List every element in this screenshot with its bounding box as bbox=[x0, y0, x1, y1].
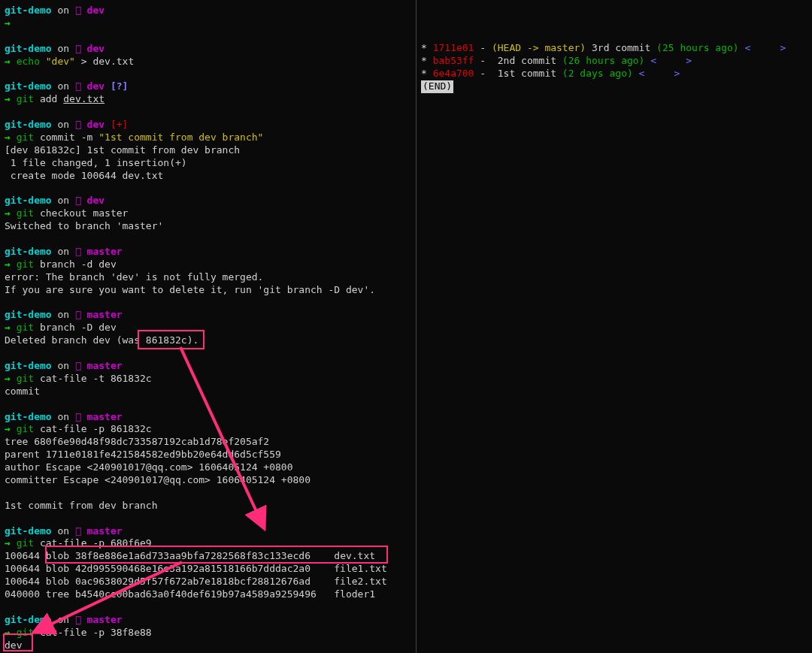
out-ls: 100644 blob 38f8e886e1a6d733aa9bfa728256… bbox=[5, 550, 416, 563]
out-author: author Escape <240901017@qq.com> 1606405… bbox=[5, 461, 416, 474]
prompt-line: git-demo on  master bbox=[5, 309, 416, 322]
prompt-line: git-demo on  master bbox=[5, 525, 416, 538]
out-commit: 1 file changed, 1 insertion(+) bbox=[5, 157, 416, 170]
out-blob: dev bbox=[5, 639, 416, 652]
cmd-branch-D: → git branch -D dev bbox=[5, 322, 416, 334]
prompt-line: git-demo on  master bbox=[5, 246, 416, 258]
arrow-line: → bbox=[5, 17, 416, 30]
prompt-line: git-demo on  dev bbox=[5, 5, 416, 17]
log-line: * 1711e01 - (HEAD -> master) 3rd commit … bbox=[421, 42, 807, 55]
cmd-catfile-t: → git cat-file -t 861832c bbox=[5, 373, 416, 385]
terminal-split: git-demo on  dev → git-demo on  dev → … bbox=[0, 0, 812, 653]
cmd-catfile-p3: → git cat-file -p 38f8e88 bbox=[5, 627, 416, 639]
cmd-catfile-p2: → git cat-file -p 680f6e9 bbox=[5, 537, 416, 550]
left-pane[interactable]: git-demo on  dev → git-demo on  dev → … bbox=[0, 0, 417, 653]
out-parent: parent 1711e0181fe421584582ed9bb20e64dd6… bbox=[5, 449, 416, 461]
cmd-catfile-p: → git cat-file -p 861832c bbox=[5, 423, 416, 436]
log-line: * 6e4a700 - 1st commit (2 days ago) < > bbox=[421, 68, 807, 80]
prompt-line: git-demo on  master bbox=[5, 614, 416, 627]
out-ls: 100644 blob 0ac9638029d5f57f672ab7e1818b… bbox=[5, 576, 416, 588]
out-msg: 1st commit from dev branch bbox=[5, 500, 416, 512]
cmd-git-checkout: → git checkout master bbox=[5, 207, 416, 220]
cmd-git-add: → git add dev.txt bbox=[5, 93, 416, 106]
prompt-line: git-demo on  dev [?] bbox=[5, 80, 416, 93]
out-commit: [dev 861832c] 1st commit from dev branch bbox=[5, 144, 416, 157]
out-committer: committer Escape <240901017@qq.com> 1606… bbox=[5, 474, 416, 487]
prompt-line: git-demo on  master bbox=[5, 411, 416, 424]
pager-end: (END) bbox=[421, 80, 807, 93]
right-pane[interactable]: * 1711e01 - (HEAD -> master) 3rd commit … bbox=[417, 0, 812, 653]
out-switched: Switched to branch 'master' bbox=[5, 220, 416, 233]
prompt-line: git-demo on  dev [+] bbox=[5, 119, 416, 132]
log-line: * bab53ff - 2nd commit (26 hours ago) < … bbox=[421, 55, 807, 68]
prompt-line: git-demo on  dev bbox=[5, 195, 416, 207]
out-tree: tree 680f6e90d48f98dc733587192cab1d78ef2… bbox=[5, 436, 416, 449]
prompt-line: git-demo on  dev bbox=[5, 43, 416, 56]
out-error: If you are sure you want to delete it, r… bbox=[5, 284, 416, 297]
out-ls: 040000 tree b4540ce00bad63a0f40def619b97… bbox=[5, 588, 416, 601]
cmd-git-commit: → git commit -m "1st commit from dev bra… bbox=[5, 132, 416, 144]
prompt-line: git-demo on  master bbox=[5, 360, 416, 373]
cmd-echo: → echo "dev" > dev.txt bbox=[5, 56, 416, 68]
out-type: commit bbox=[5, 385, 416, 398]
out-ls: 100644 blob 42d995590468e16e3a192a815181… bbox=[5, 563, 416, 576]
out-deleted: Deleted branch dev (was 861832c). bbox=[5, 334, 416, 347]
out-error: error: The branch 'dev' is not fully mer… bbox=[5, 271, 416, 284]
cmd-branch-d: → git branch -d dev bbox=[5, 258, 416, 271]
out-commit: create mode 100644 dev.txt bbox=[5, 170, 416, 183]
